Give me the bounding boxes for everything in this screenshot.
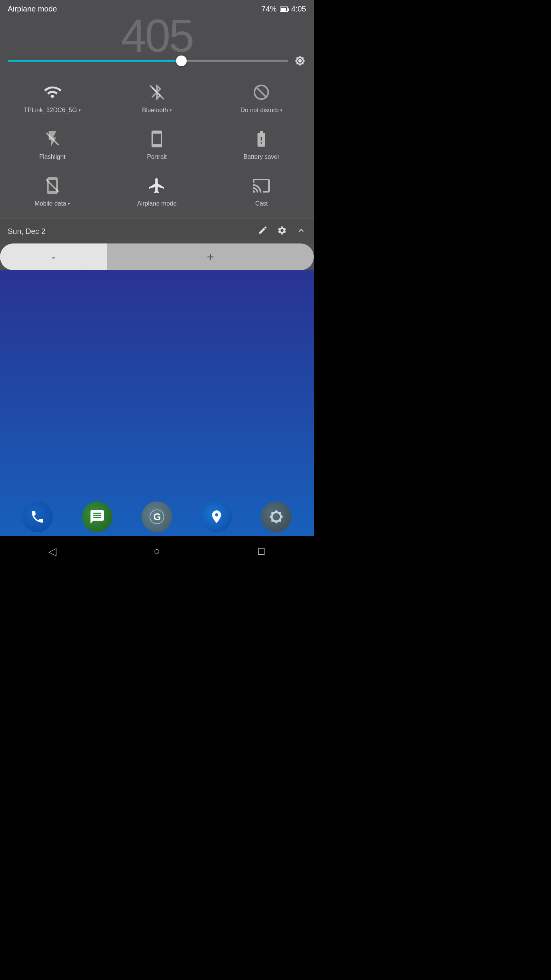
back-button[interactable]: ◁ bbox=[43, 542, 62, 561]
date-label: Sun, Dec 2 bbox=[8, 227, 46, 236]
tile-wifi[interactable]: TPLink_32DC6_5G ▾ bbox=[0, 75, 104, 121]
airplane-icon bbox=[147, 176, 167, 196]
status-right: 74% 4:05 bbox=[261, 5, 306, 13]
volume-plus-button[interactable]: + bbox=[107, 243, 314, 270]
battery-saver-icon bbox=[251, 129, 271, 149]
dnd-dropdown-arrow: ▾ bbox=[280, 108, 282, 113]
bottom-icons bbox=[258, 225, 306, 237]
bottom-bar: Sun, Dec 2 bbox=[0, 219, 314, 243]
app-dock: G bbox=[0, 501, 314, 532]
wifi-dropdown-arrow: ▾ bbox=[78, 108, 81, 113]
mobile-data-icon bbox=[42, 176, 62, 196]
cast-label: Cast bbox=[255, 200, 268, 207]
quick-tiles-grid: TPLink_32DC6_5G ▾ Bluetooth ▾ bbox=[0, 75, 314, 219]
airplane-mode-label: Airplane mode bbox=[8, 5, 57, 13]
wifi-label: TPLink_32DC6_5G ▾ bbox=[24, 107, 81, 114]
bluetooth-label: Bluetooth ▾ bbox=[142, 107, 172, 114]
volume-slider-row: - + bbox=[0, 243, 314, 270]
flashlight-label: Flashlight bbox=[39, 154, 65, 160]
app-google[interactable]: G bbox=[142, 501, 172, 532]
tile-airplane[interactable]: Airplane mode bbox=[104, 168, 209, 215]
settings-button[interactable] bbox=[277, 225, 287, 237]
wifi-icon bbox=[42, 82, 62, 102]
brightness-slider[interactable] bbox=[8, 60, 288, 62]
tile-dnd[interactable]: Do not disturb ▾ bbox=[209, 75, 314, 121]
tile-flashlight[interactable]: Flashlight bbox=[0, 121, 104, 168]
edit-button[interactable] bbox=[258, 225, 268, 237]
bluetooth-dropdown-arrow: ▾ bbox=[170, 108, 172, 113]
clock: 4:05 bbox=[291, 5, 306, 13]
flashlight-icon bbox=[42, 129, 62, 149]
app-moon[interactable] bbox=[261, 501, 292, 532]
nav-bar: ◁ ○ □ bbox=[0, 536, 314, 567]
home-button[interactable]: ○ bbox=[147, 542, 166, 561]
tile-battery-saver[interactable]: Battery saver bbox=[209, 121, 314, 168]
notification-panel: Airplane mode 74% 4:05 405 bbox=[0, 0, 314, 270]
tile-mobile-data[interactable]: Mobile data ▾ bbox=[0, 168, 104, 215]
bluetooth-icon bbox=[147, 82, 167, 102]
mobile-data-dropdown-arrow: ▾ bbox=[68, 201, 70, 206]
airplane-label: Airplane mode bbox=[137, 200, 176, 207]
app-maps[interactable] bbox=[201, 501, 232, 532]
dnd-icon bbox=[251, 82, 271, 102]
brightness-max-icon[interactable] bbox=[294, 55, 306, 67]
battery-percent: 74% bbox=[261, 5, 277, 13]
collapse-button[interactable] bbox=[296, 225, 306, 237]
dnd-label: Do not disturb ▾ bbox=[241, 107, 283, 114]
app-phone[interactable] bbox=[22, 501, 53, 532]
volume-minus-button[interactable]: - bbox=[0, 243, 107, 270]
svg-text:G: G bbox=[153, 511, 161, 522]
tile-portrait[interactable]: Portrait bbox=[104, 121, 209, 168]
brightness-thumb[interactable] bbox=[176, 56, 187, 66]
tile-bluetooth[interactable]: Bluetooth ▾ bbox=[104, 75, 209, 121]
mobile-data-label: Mobile data ▾ bbox=[34, 200, 70, 207]
portrait-icon bbox=[147, 129, 167, 149]
brightness-fill bbox=[8, 60, 181, 62]
portrait-label: Portrait bbox=[147, 154, 167, 160]
battery-saver-label: Battery saver bbox=[243, 154, 279, 160]
tile-cast[interactable]: Cast bbox=[209, 168, 314, 215]
recents-button[interactable]: □ bbox=[252, 542, 271, 561]
battery-icon bbox=[280, 7, 288, 12]
cast-icon bbox=[251, 176, 271, 196]
app-chat[interactable] bbox=[82, 501, 112, 532]
